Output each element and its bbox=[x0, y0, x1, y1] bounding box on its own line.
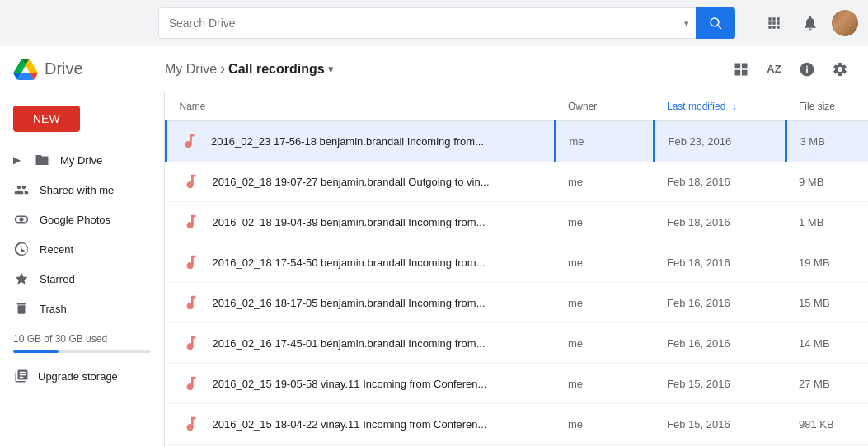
sidebar-item-label: My Drive bbox=[60, 154, 102, 167]
cell-size: 1 MB bbox=[786, 202, 868, 242]
settings-icon bbox=[832, 61, 848, 78]
cell-owner: me bbox=[555, 202, 654, 242]
sort-btn[interactable]: AZ bbox=[759, 54, 789, 84]
audio-file-icon bbox=[180, 210, 203, 233]
sort-icon: AZ bbox=[767, 63, 781, 75]
notifications-icon-btn[interactable] bbox=[795, 8, 825, 38]
cell-name: 2016_02_18 17-54-50 benjamin.brandall In… bbox=[167, 242, 556, 283]
search-container: ▾ bbox=[158, 7, 735, 39]
sidebar-item-recent[interactable]: Recent bbox=[0, 234, 157, 264]
cell-owner: me bbox=[555, 242, 654, 283]
storage-bar-fill bbox=[13, 350, 59, 353]
table-row[interactable]: 2016_02_16 18-17-05 benjamin.brandall In… bbox=[167, 283, 869, 323]
cell-name: 2016_02_15 18-04-22 vinay.11 Incoming fr… bbox=[167, 404, 556, 445]
table-row[interactable]: 2016_02_18 19-07-27 benjamin.brandall Ou… bbox=[167, 162, 869, 202]
audio-file-icon bbox=[180, 332, 203, 355]
sidebar-item-starred[interactable]: Starred bbox=[0, 264, 157, 294]
upgrade-icon bbox=[13, 368, 30, 384]
audio-file-icon bbox=[180, 170, 203, 193]
table-row[interactable]: 2016_02_15 19-05-58 vinay.11 Incoming fr… bbox=[167, 364, 869, 404]
table-row[interactable]: 2016_02_16 17-45-01 benjamin.brandall In… bbox=[167, 323, 869, 364]
content-area: Name Owner Last modified ↓ File size bbox=[165, 92, 868, 447]
breadcrumb-dropdown-icon[interactable]: ▾ bbox=[328, 64, 333, 75]
sidebar-item-label: Recent bbox=[40, 243, 73, 256]
cell-size: 981 KB bbox=[786, 404, 868, 445]
sidebar: NEW ▶ My Drive Shared with me Google Pho… bbox=[0, 92, 165, 447]
search-icon bbox=[708, 16, 723, 31]
col-header-owner: Owner bbox=[555, 92, 654, 121]
cell-owner: me bbox=[555, 162, 654, 202]
app-name: Drive bbox=[45, 59, 83, 78]
avatar-image bbox=[832, 10, 858, 36]
file-name-label: 2016_02_15 18-04-22 vinay.11 Incoming fr… bbox=[213, 418, 487, 431]
breadcrumb-separator: › bbox=[220, 60, 225, 78]
top-bar: ▾ bbox=[0, 0, 868, 46]
cell-modified: Feb 15, 2016 bbox=[654, 364, 786, 404]
my-drive-icon bbox=[34, 152, 50, 168]
sort-arrow-icon: ↓ bbox=[732, 101, 737, 112]
drive-logo bbox=[13, 59, 38, 80]
cell-name: 2016_02_23 17-56-18 benjamin.brandall In… bbox=[167, 121, 556, 162]
upgrade-storage-btn[interactable]: Upgrade storage bbox=[0, 361, 164, 391]
breadcrumb-parent[interactable]: My Drive bbox=[165, 62, 217, 77]
shared-with-me-icon bbox=[13, 181, 30, 198]
sidebar-item-my-drive[interactable]: ▶ My Drive bbox=[0, 145, 157, 175]
breadcrumb: My Drive › Call recordings ▾ bbox=[165, 60, 726, 78]
apps-icon-btn[interactable] bbox=[759, 8, 789, 38]
upgrade-label: Upgrade storage bbox=[38, 370, 118, 383]
sidebar-item-google-photos[interactable]: Google Photos bbox=[0, 205, 157, 234]
file-name-label: 2016_02_15 19-05-58 vinay.11 Incoming fr… bbox=[213, 378, 487, 390]
grid-view-btn[interactable] bbox=[726, 54, 756, 84]
file-name-label: 2016_02_18 19-04-39 benjamin.brandall In… bbox=[213, 216, 486, 228]
file-name-label: 2016_02_23 17-56-18 benjamin.brandall In… bbox=[211, 135, 484, 148]
new-button[interactable]: NEW bbox=[13, 106, 80, 132]
search-dropdown-arrow[interactable]: ▾ bbox=[678, 18, 696, 29]
cell-modified: Feb 16, 2016 bbox=[654, 323, 786, 364]
table-row[interactable]: 2016_02_18 19-04-39 benjamin.brandall In… bbox=[167, 202, 869, 242]
google-photos-icon bbox=[13, 211, 30, 228]
cell-size: 27 MB bbox=[786, 364, 868, 404]
col-header-modified[interactable]: Last modified ↓ bbox=[654, 92, 786, 121]
file-name-label: 2016_02_18 17-54-50 benjamin.brandall In… bbox=[213, 256, 486, 269]
table-row[interactable]: 2016_02_23 17-56-18 benjamin.brandall In… bbox=[167, 121, 869, 162]
settings-btn[interactable] bbox=[825, 54, 855, 84]
cell-modified: Feb 18, 2016 bbox=[654, 242, 786, 283]
cell-owner: me bbox=[555, 323, 654, 364]
search-input[interactable] bbox=[159, 16, 678, 30]
sidebar-item-label: Starred bbox=[40, 273, 75, 285]
sub-header: Drive My Drive › Call recordings ▾ AZ bbox=[0, 46, 868, 92]
main-layout: NEW ▶ My Drive Shared with me Google Pho… bbox=[0, 92, 868, 447]
file-name-label: 2016_02_16 17-45-01 benjamin.brandall In… bbox=[213, 337, 486, 350]
sidebar-item-trash[interactable]: Trash bbox=[0, 294, 157, 323]
cell-name: 2016_02_18 19-07-27 benjamin.brandall Ou… bbox=[167, 162, 556, 202]
cell-owner: me bbox=[555, 121, 654, 162]
cell-modified: Feb 23, 2016 bbox=[654, 121, 786, 162]
cell-size: 3 MB bbox=[786, 121, 868, 162]
cell-name: 2016_02_16 18-17-05 benjamin.brandall In… bbox=[167, 283, 556, 323]
avatar[interactable] bbox=[832, 10, 858, 36]
cell-name: 2016_02_18 19-04-39 benjamin.brandall In… bbox=[167, 202, 556, 242]
sidebar-item-label: Trash bbox=[40, 303, 67, 315]
search-button[interactable] bbox=[696, 7, 735, 39]
top-right-icons bbox=[759, 8, 858, 38]
trash-icon bbox=[13, 300, 30, 317]
sidebar-item-label: Shared with me bbox=[40, 184, 114, 196]
sidebar-item-shared-with-me[interactable]: Shared with me bbox=[0, 175, 157, 205]
col-header-size: File size bbox=[786, 92, 868, 121]
notifications-icon bbox=[802, 15, 819, 31]
table-row[interactable]: 2016_02_15 18-04-22 vinay.11 Incoming fr… bbox=[167, 404, 869, 445]
grid-view-icon bbox=[733, 61, 749, 78]
breadcrumb-current[interactable]: Call recordings ▾ bbox=[228, 62, 332, 77]
cell-modified: Feb 18, 2016 bbox=[654, 162, 786, 202]
table-row[interactable]: 2016_02_18 17-54-50 benjamin.brandall In… bbox=[167, 242, 869, 283]
cell-modified: Feb 16, 2016 bbox=[654, 283, 786, 323]
audio-file-icon bbox=[180, 291, 203, 314]
file-name-label: 2016_02_18 19-07-27 benjamin.brandall Ou… bbox=[213, 176, 490, 188]
info-btn[interactable] bbox=[792, 54, 822, 84]
cell-size: 19 MB bbox=[786, 242, 868, 283]
cell-owner: me bbox=[555, 364, 654, 404]
cell-size: 15 MB bbox=[786, 283, 868, 323]
cell-owner: me bbox=[555, 283, 654, 323]
cell-size: 9 MB bbox=[786, 162, 868, 202]
storage-bar-bg bbox=[13, 350, 151, 353]
